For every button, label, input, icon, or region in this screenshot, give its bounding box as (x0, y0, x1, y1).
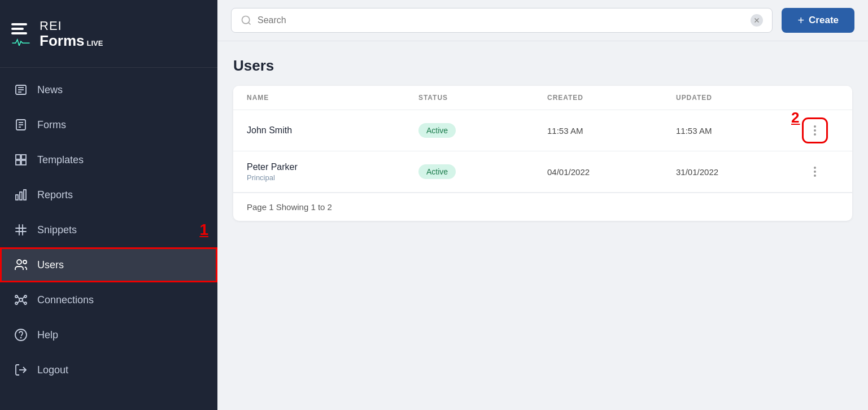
snippets-icon (14, 223, 28, 237)
help-icon (14, 328, 28, 342)
search-bar[interactable] (231, 8, 773, 33)
col-created: CREATED (547, 94, 676, 102)
row-actions-button[interactable] (805, 162, 825, 182)
annotation-1: 1 (199, 222, 208, 238)
pagination-text: Page 1 Showing 1 to 2 (247, 202, 332, 212)
updated-cell: 31/01/2022 (676, 167, 805, 177)
create-label: Create (809, 15, 839, 26)
svg-point-18 (15, 295, 18, 298)
svg-rect-14 (24, 190, 26, 200)
annotation-2: 2 (791, 109, 800, 127)
svg-line-22 (18, 296, 20, 299)
logo-text: REI Forms LIVE (40, 19, 103, 49)
created-cell: 11:53 AM (547, 126, 676, 136)
more-dots-icon (814, 167, 816, 177)
sidebar-item-news-label: News (37, 84, 63, 96)
sidebar-item-forms[interactable]: Forms (0, 107, 217, 142)
user-name: John Smith (247, 125, 418, 136)
create-plus-icon: + (797, 15, 804, 26)
logo-area: REI Forms LIVE (0, 0, 217, 68)
sidebar-item-connections-label: Connections (37, 294, 94, 306)
content-area: Users NAME STATUS CREATED UPDATED John S… (217, 41, 868, 410)
search-icon (241, 15, 252, 26)
svg-point-29 (242, 16, 250, 24)
svg-point-27 (21, 338, 21, 338)
logout-icon (14, 363, 28, 377)
svg-rect-11 (21, 160, 26, 165)
row-actions-button[interactable]: 2 (805, 120, 825, 141)
status-badge: Active (418, 123, 456, 138)
svg-point-26 (15, 329, 27, 341)
main-area: + Create Users NAME STATUS CREATED UPDAT… (217, 0, 868, 410)
logo-icon-mark (11, 23, 30, 46)
svg-point-19 (24, 295, 27, 298)
svg-rect-8 (16, 155, 20, 159)
templates-icon (14, 152, 28, 167)
table-row: Peter Parker Principal Active 04/01/2022… (233, 151, 852, 193)
svg-rect-13 (20, 192, 22, 200)
more-dots-icon (814, 125, 816, 136)
pagination: Page 1 Showing 1 to 2 (233, 193, 852, 221)
svg-point-20 (15, 302, 18, 304)
sidebar-item-reports[interactable]: Reports (0, 177, 217, 212)
search-clear-icon[interactable] (751, 14, 763, 27)
forms-icon (14, 117, 28, 132)
user-status-cell: Active (418, 164, 547, 179)
sidebar-item-reports-label: Reports (37, 189, 73, 201)
connections-icon (14, 293, 28, 307)
status-badge: Active (418, 164, 456, 179)
col-updated: UPDATED (676, 94, 805, 102)
create-button[interactable]: + Create (782, 8, 854, 33)
user-name: Peter Parker (247, 162, 418, 172)
table-header-row: NAME STATUS CREATED UPDATED (233, 86, 852, 110)
col-name: NAME (247, 94, 418, 102)
svg-line-30 (248, 23, 251, 25)
sidebar: REI Forms LIVE News Forms Te (0, 0, 217, 410)
sidebar-item-snippets-label: Snippets (37, 224, 77, 236)
search-input[interactable] (258, 15, 745, 25)
reports-icon (14, 187, 28, 202)
table-row: John Smith Active 11:53 AM 11:53 AM 2 (233, 110, 852, 151)
col-actions (805, 94, 839, 102)
users-icon (14, 258, 28, 272)
sidebar-item-help-label: Help (37, 329, 58, 341)
svg-line-24 (18, 300, 20, 303)
sidebar-item-forms-label: Forms (37, 119, 66, 131)
logo-rei: REI (40, 19, 103, 33)
svg-point-21 (24, 302, 27, 304)
user-name-cell: John Smith (247, 125, 418, 136)
updated-cell: 11:53 AM (676, 126, 805, 136)
user-name-cell: Peter Parker Principal (247, 162, 418, 182)
header: + Create (217, 0, 868, 41)
svg-point-16 (23, 260, 27, 264)
created-cell: 04/01/2022 (547, 167, 676, 177)
sidebar-item-snippets[interactable]: Snippets 1 (0, 212, 217, 247)
logo-live: LIVE (86, 40, 103, 47)
sidebar-item-connections[interactable]: Connections (0, 282, 217, 317)
user-role: Principal (247, 173, 418, 182)
svg-line-23 (22, 296, 24, 299)
sidebar-item-news[interactable]: News (0, 72, 217, 107)
sidebar-item-help[interactable]: Help (0, 317, 217, 352)
users-table: NAME STATUS CREATED UPDATED John Smith A… (233, 86, 852, 221)
sidebar-item-users-label: Users (37, 259, 64, 271)
col-status: STATUS (418, 94, 547, 102)
news-icon (14, 82, 28, 97)
svg-point-15 (17, 260, 21, 264)
logo-forms: Forms LIVE (40, 33, 103, 49)
user-status-cell: Active (418, 123, 547, 138)
svg-line-25 (22, 300, 24, 303)
sidebar-item-users[interactable]: Users (0, 247, 217, 282)
sidebar-item-templates-label: Templates (37, 154, 84, 166)
svg-rect-9 (21, 155, 26, 159)
sidebar-item-logout[interactable]: Logout (0, 352, 217, 387)
sidebar-item-templates[interactable]: Templates (0, 142, 217, 177)
nav: News Forms Templates Reports (0, 68, 217, 410)
svg-rect-10 (16, 160, 20, 165)
page-title: Users (233, 57, 852, 75)
sidebar-item-logout-label: Logout (37, 364, 68, 376)
svg-rect-12 (16, 195, 18, 200)
